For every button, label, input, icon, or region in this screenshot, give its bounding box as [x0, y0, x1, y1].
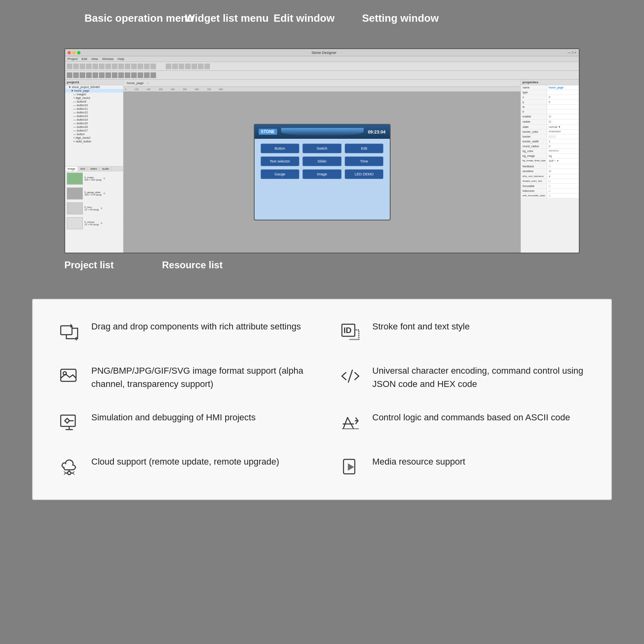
- prop-border-color-value[interactable]: #93000000: [547, 130, 579, 134]
- prop-name-value[interactable]: home_page: [547, 85, 579, 90]
- toolbar2-icon-6[interactable]: [99, 72, 105, 78]
- tree-digit-clock1[interactable]: + digit_clock1: [65, 96, 123, 100]
- toolbar-icon-20[interactable]: [198, 64, 204, 69]
- toolbar2-icon-12[interactable]: [138, 72, 143, 78]
- toolbar2-icon-9[interactable]: [118, 72, 124, 78]
- tree-button10[interactable]: — button10: [65, 103, 123, 107]
- menu-help[interactable]: Help: [117, 57, 124, 61]
- tree-button11[interactable]: — button11: [65, 107, 123, 111]
- toolbar-icon-12[interactable]: [138, 64, 143, 69]
- toolbar2-icon-11[interactable]: [131, 72, 137, 78]
- toolbar2-icon-4[interactable]: [86, 72, 92, 78]
- toolbar-icon-18[interactable]: [185, 64, 191, 69]
- canvas-tab-close[interactable]: ×: [147, 81, 149, 85]
- resource-add-icon[interactable]: +: [103, 177, 105, 181]
- prop-border-width-value[interactable]: 1: [547, 139, 579, 144]
- toolbar2-icon-3[interactable]: [80, 72, 85, 78]
- toolbar-icon-14[interactable]: [150, 64, 156, 69]
- resource-gauge-add-icon[interactable]: +: [103, 191, 105, 195]
- resource-item-hour[interactable]: 0_hour12 × 94 (png) +: [65, 201, 123, 216]
- tree-image0[interactable]: — image0: [65, 93, 123, 96]
- prop-bg-image-value[interactable]: bg: [547, 154, 579, 158]
- prop-bg-color-value[interactable]: #FFFFFF: [547, 149, 579, 153]
- hmi-btn-button[interactable]: Button: [261, 144, 300, 153]
- minimize-btn-icon[interactable]: [72, 51, 76, 54]
- canvas-area[interactable]: STONE 09:23:04 Button Switch Edit: [123, 92, 521, 253]
- toolbar-icon-21[interactable]: [204, 64, 210, 69]
- toolbar2-icon-13[interactable]: [144, 72, 150, 78]
- toolbar-icon-10[interactable]: [125, 64, 130, 69]
- prop-state-value[interactable]: normal ▼: [547, 125, 579, 129]
- toolbar-icon-17[interactable]: [179, 64, 184, 69]
- tree-digit-clock2[interactable]: + digit_clock2: [65, 136, 123, 140]
- toolbar-icon-8[interactable]: [112, 64, 117, 69]
- close-btn-icon[interactable]: [68, 51, 71, 54]
- prop-visible-value[interactable]: ☑: [547, 119, 579, 124]
- toolbar-icon-19[interactable]: [191, 64, 197, 69]
- prop-feedback-value[interactable]: □: [547, 164, 579, 169]
- toolbar-icon-13[interactable]: [144, 64, 150, 69]
- prop-w-value[interactable]: [547, 105, 579, 109]
- tree-button[interactable]: — button: [65, 132, 123, 136]
- canvas-tab[interactable]: home_page ×: [123, 80, 521, 87]
- tree-home-page[interactable]: ▼ home_page: [65, 89, 123, 93]
- tree-button14[interactable]: — button14: [65, 118, 123, 121]
- tree-button17[interactable]: — button17: [65, 129, 123, 132]
- toolbar-icon-15[interactable]: [166, 64, 171, 69]
- tree-button12[interactable]: — button12: [65, 111, 123, 114]
- hmi-btn-switch[interactable]: Switch: [302, 144, 342, 153]
- prop-fullscreen-value[interactable]: □: [547, 189, 579, 193]
- resource-hour-add-icon[interactable]: +: [101, 206, 103, 210]
- tree-button16[interactable]: — button16: [65, 125, 123, 129]
- resource-tab-image[interactable]: image: [65, 167, 78, 171]
- toolbar-icon-6[interactable]: [99, 64, 105, 69]
- toolbar-icon-16[interactable]: [172, 64, 178, 69]
- tree-button15[interactable]: — button15: [65, 121, 123, 125]
- menu-edit[interactable]: Edit: [82, 57, 87, 61]
- hmi-btn-edit[interactable]: Edit: [345, 144, 384, 153]
- tree-radio[interactable]: + radio_button: [65, 140, 123, 143]
- toolbar2-icon-8[interactable]: [112, 72, 117, 78]
- toolbar-icon-3[interactable]: [80, 64, 85, 69]
- prop-h-value[interactable]: [547, 109, 579, 114]
- resource-item-gauge[interactable]: 0_gauge_plate333 × 276 (png) +: [65, 186, 123, 201]
- toolbar-icon-1[interactable]: [67, 64, 72, 69]
- toolbar2-icon-14[interactable]: [150, 72, 156, 78]
- tree-root[interactable]: ▼ stone_project_800480: [65, 85, 123, 89]
- prop-bg-draw-value[interactable]: 选择一 ▼: [547, 158, 579, 164]
- resource-tab-audio[interactable]: audio: [100, 167, 112, 171]
- resource-item-minute[interactable]: 0_minute12 × 84 (png) +: [65, 216, 123, 231]
- hmi-btn-led-demo[interactable]: LED DEMO: [345, 169, 384, 179]
- resource-item-0-image[interactable]: 0_image256 × 264 (png) +: [65, 171, 123, 186]
- tree-button9[interactable]: — button9: [65, 100, 123, 103]
- prop-enable-value[interactable]: ☑: [547, 114, 579, 119]
- toolbar2-icon-5[interactable]: [93, 72, 98, 78]
- prop-round-radius-value[interactable]: 0: [547, 144, 579, 148]
- prop-x-value[interactable]: 0: [547, 95, 579, 99]
- tree-button13[interactable]: — button13: [65, 114, 123, 118]
- maximize-btn-icon[interactable]: [77, 51, 80, 54]
- prop-focusable-value[interactable]: □: [547, 184, 579, 188]
- prop-wfocusable-value[interactable]: □: [547, 193, 579, 198]
- prop-y-value[interactable]: 0: [547, 100, 579, 104]
- menu-window[interactable]: Window: [102, 57, 113, 61]
- toolbar2-icon-1[interactable]: [67, 72, 72, 78]
- resource-minute-add-icon[interactable]: +: [101, 221, 103, 225]
- toolbar-icon-11[interactable]: [131, 64, 137, 69]
- resource-tab-text[interactable]: text: [78, 167, 88, 171]
- hmi-btn-text-selector[interactable]: Text selector: [261, 156, 300, 166]
- toolbar2-icon-7[interactable]: [105, 72, 111, 78]
- toolbar-icon-2[interactable]: [73, 64, 79, 69]
- hmi-btn-image[interactable]: Image: [302, 169, 342, 179]
- toolbar-icon-5[interactable]: [93, 64, 98, 69]
- hmi-btn-time[interactable]: Time: [345, 156, 384, 166]
- menu-project[interactable]: Project: [68, 57, 78, 61]
- prop-anim-value[interactable]: □: [547, 179, 579, 183]
- hmi-btn-gauge[interactable]: Gauge: [261, 169, 300, 179]
- toolbar2-icon-2[interactable]: [73, 72, 79, 78]
- toolbar-icon-4[interactable]: [86, 64, 92, 69]
- prop-dirty-value[interactable]: 4: [547, 174, 579, 179]
- toolbar2-icon-10[interactable]: [125, 72, 130, 78]
- menu-view[interactable]: View: [91, 57, 98, 61]
- resource-tab-video[interactable]: video: [88, 167, 100, 171]
